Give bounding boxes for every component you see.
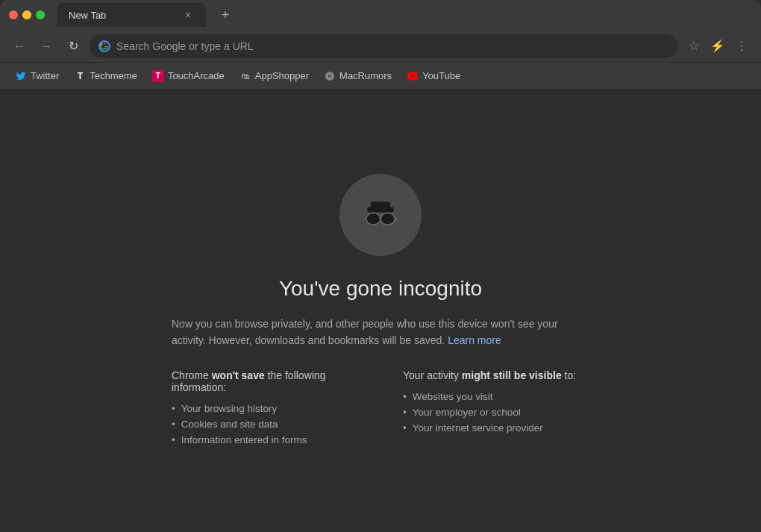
- new-tab-button[interactable]: +: [215, 4, 236, 25]
- traffic-lights: [9, 10, 45, 19]
- svg-rect-2: [371, 201, 390, 210]
- incognito-icon: [339, 174, 422, 256]
- list-item: Your browsing history: [172, 401, 358, 416]
- bookmark-toucharcade-label: TouchArcade: [168, 70, 225, 81]
- tab-title: New Tab: [69, 10, 176, 21]
- incognito-title: You've gone incognito: [279, 277, 482, 301]
- bookmark-macrumors-label: MacRumors: [339, 70, 392, 81]
- bookmark-appshopper[interactable]: 🛍 AppShopper: [234, 67, 315, 85]
- macrumors-icon: [324, 70, 336, 82]
- list-item: Information entered in forms: [172, 432, 358, 448]
- bookmark-macrumors[interactable]: MacRumors: [318, 67, 398, 85]
- bookmark-techmeme-label: Techmeme: [90, 70, 137, 81]
- toucharcade-icon: T: [152, 70, 164, 82]
- bookmark-star-button[interactable]: ☆: [683, 36, 704, 57]
- title-bar: New Tab × +: [0, 0, 761, 30]
- list-item: Your internet service provider: [403, 420, 589, 436]
- appshopper-icon: 🛍: [239, 70, 251, 82]
- youtube-icon: [407, 70, 419, 82]
- maximize-window-button[interactable]: [36, 10, 45, 19]
- bookmark-youtube[interactable]: YouTube: [401, 67, 466, 85]
- extension-button[interactable]: ⚡: [707, 36, 728, 57]
- chrome-wont-save-column: Chrome won't save the following informat…: [172, 369, 358, 448]
- address-placeholder: Search Google or type a URL: [116, 40, 668, 52]
- back-button[interactable]: ←: [9, 36, 30, 57]
- list-item: Websites you visit: [403, 389, 589, 404]
- address-bar[interactable]: Search Google or type a URL: [90, 34, 677, 58]
- chrome-wont-save-list: Your browsing history Cookies and site d…: [172, 401, 358, 448]
- bookmarks-bar: Twitter T Techmeme T TouchArcade 🛍 AppSh…: [0, 63, 761, 90]
- incognito-description: Now you can browse privately, and other …: [172, 316, 589, 349]
- toolbar-icons: ☆ ⚡ ⋮: [683, 36, 752, 57]
- bookmark-techmeme[interactable]: T Techmeme: [68, 67, 143, 85]
- list-item: Cookies and site data: [172, 416, 358, 432]
- tab-close-button[interactable]: ×: [182, 9, 194, 21]
- still-visible-heading: Your activity might still be visible to:: [403, 369, 589, 381]
- still-visible-column: Your activity might still be visible to:…: [403, 369, 589, 448]
- address-bar-row: ← → ↻ Search Google or type a URL ☆ ⚡ ⋮: [0, 30, 761, 63]
- bookmark-youtube-label: YouTube: [422, 70, 460, 81]
- info-columns: Chrome won't save the following informat…: [172, 369, 589, 448]
- list-item: Your employer or school: [403, 404, 589, 420]
- minimize-window-button[interactable]: [22, 10, 31, 19]
- refresh-button[interactable]: ↻: [63, 36, 84, 57]
- chrome-wont-save-heading: Chrome won't save the following informat…: [172, 369, 358, 393]
- bookmark-toucharcade[interactable]: T TouchArcade: [146, 67, 231, 85]
- bookmark-appshopper-label: AppShopper: [255, 70, 309, 81]
- still-visible-list: Websites you visit Your employer or scho…: [403, 389, 589, 436]
- active-tab[interactable]: New Tab ×: [57, 3, 206, 27]
- techmeme-icon: T: [74, 70, 86, 82]
- google-icon: [98, 40, 110, 52]
- twitter-icon: [15, 70, 27, 82]
- close-window-button[interactable]: [9, 10, 18, 19]
- bookmark-twitter[interactable]: Twitter: [9, 67, 65, 85]
- learn-more-link[interactable]: Learn more: [448, 334, 501, 346]
- bookmark-twitter-label: Twitter: [31, 70, 59, 81]
- main-content: You've gone incognito Now you can browse…: [0, 90, 761, 532]
- forward-button[interactable]: →: [36, 36, 57, 57]
- menu-button[interactable]: ⋮: [731, 36, 752, 57]
